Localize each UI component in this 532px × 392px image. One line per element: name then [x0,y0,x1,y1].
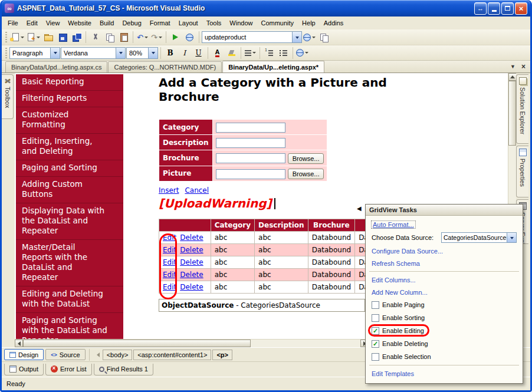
tag-scroll-left-icon[interactable] [94,353,100,357]
panel-tab-find-results-1[interactable]: Find Results 1 [94,364,153,375]
configure-data-source-link[interactable]: Configure Data Source... [372,248,443,255]
add-new-column-link[interactable]: Add New Column... [372,289,428,296]
toolbox-tab[interactable]: Toolbox [2,74,14,119]
sidebar-item-adding-custom-buttons[interactable]: Adding Custom Buttons [16,177,123,203]
cancel-link[interactable]: Cancel [185,186,209,195]
smart-tag-arrow[interactable]: ◀ [357,206,362,212]
sidebar-item-editing-and-deleting-with-the-datalist[interactable]: Editing and Deleting with the DataList [16,286,123,313]
document-tab-categories-q-northwnd-mdf[interactable]: Categories: Q...NORTHWND.MDF) [108,61,222,73]
font-color-button[interactable]: A [211,47,224,60]
style-combo[interactable]: Paragraph [9,47,60,59]
underline-button[interactable]: U [192,47,205,60]
toolbar-search-combo[interactable]: updateproduct [202,31,302,43]
highlight-button[interactable] [225,47,238,60]
delete-link[interactable]: Delete [180,233,203,242]
cut-button[interactable] [88,31,102,44]
hscroll-track[interactable] [251,340,360,347]
delete-link[interactable]: Delete [180,271,203,279]
tag-p[interactable]: <p> [212,350,232,360]
italic-button[interactable]: I [178,47,191,60]
paste-button[interactable] [117,31,130,44]
bold-button[interactable]: B [163,47,177,60]
objectdatasource-control[interactable]: ObjectDataSource - CategoriesDataSource [159,299,365,312]
align-button[interactable] [244,47,257,60]
menu-item-community[interactable]: Community [257,18,298,28]
sidebar-item-editing-inserting-and-deleting[interactable]: Editing, Inserting, and Deleting [16,134,123,160]
tag-body[interactable]: <body> [103,350,133,360]
enable-deleting-checkbox[interactable]: ✓ [372,340,379,348]
picture-input[interactable] [216,169,285,179]
undo-button[interactable]: ↶ [136,31,149,44]
menu-item-file[interactable]: File [4,18,22,28]
bullet-list-button[interactable] [277,47,290,60]
open-file-button[interactable] [41,31,55,44]
combo-dropdown-icon[interactable] [116,48,125,58]
design-view-button[interactable]: Design [4,349,44,360]
enable-selection-checkbox[interactable] [372,353,379,361]
panel-tab-error-list[interactable]: Error List [45,364,92,375]
edit-link[interactable]: Edit [163,233,176,242]
tab-close-button[interactable]: × [519,62,528,71]
numbered-list-button[interactable] [262,47,276,60]
sidebar-item-customized-formatting[interactable]: Customized Formatting [16,107,123,134]
description-input[interactable] [216,138,285,148]
sidebar-item-master-detail-reports-with-the-datalist-and-repeater[interactable]: Master/Detail Reports with the DataList … [16,240,123,286]
hyperlink-button[interactable] [295,47,309,60]
edit-link[interactable]: Edit [163,246,176,254]
category-input[interactable] [216,123,285,133]
picture-browse-button[interactable]: Browse... [288,169,324,179]
combo-dropdown-icon[interactable] [50,48,60,58]
sidebar-item-filtering-reports[interactable]: Filtering Reports [16,91,123,107]
find-button[interactable] [303,31,316,44]
sidebar-item-paging-and-sorting[interactable]: Paging and Sorting [16,160,123,177]
edit-columns-link[interactable]: Edit Columns... [372,276,416,284]
enable-paging-checkbox[interactable] [372,301,379,309]
vscroll-thumb[interactable] [508,81,516,146]
edit-templates-link[interactable]: Edit Templates [372,370,414,377]
scroll-up-button[interactable] [508,73,516,81]
data-source-combo[interactable]: CategoriesDataSource [441,232,517,243]
sidebar-item-basic-reporting[interactable]: Basic Reporting [16,74,123,91]
close-button[interactable]: × [515,2,527,15]
maximize-button[interactable] [501,2,514,15]
menu-item-help[interactable]: Help [298,18,320,28]
zoom-combo[interactable]: 80% [126,47,158,59]
sidebar-item-displaying-data-with-the-datalist-and-repeater[interactable]: Displaying Data with the DataList and Re… [16,203,123,240]
brochure-browse-button[interactable]: Browse... [288,153,324,164]
auto-format-link[interactable]: Auto Format... [372,221,415,228]
insert-link[interactable]: Insert [159,186,179,195]
new-website-button[interactable] [9,31,25,44]
copy-button[interactable] [103,31,116,44]
document-tab-binarydata-up-eleting-aspx[interactable]: BinaryData/Up...eleting.aspx* [222,61,324,73]
menu-item-window[interactable]: Window [225,18,257,28]
menu-item-format[interactable]: Format [146,18,175,28]
sidebar-item-paging-and-sorting-with-the-datalist-and-repeater[interactable]: Paging and Sorting with the DataList and… [16,313,123,341]
delete-link[interactable]: Delete [180,258,203,266]
panel-tab-output[interactable]: Output [4,364,44,375]
brochure-input[interactable] [216,153,285,163]
edit-link[interactable]: Edit [163,283,176,291]
source-view-button[interactable]: <>Source [45,349,85,360]
extra-tool-button[interactable] [317,31,330,44]
scroll-left-button[interactable] [15,340,23,347]
menu-item-view[interactable]: View [42,18,64,28]
dock-tab-properties[interactable]: Properties [516,146,528,197]
menu-item-edit[interactable]: Edit [22,18,42,28]
enable-editing-checkbox[interactable]: ✓ [372,327,379,335]
menu-item-debug[interactable]: Debug [118,18,145,28]
design-hscrollbar[interactable] [15,339,369,347]
window-dock-button[interactable]: ↔ [474,2,487,15]
toolbar-grip[interactable] [5,48,7,58]
delete-link[interactable]: Delete [180,246,203,254]
menu-item-website[interactable]: Website [64,18,96,28]
combo-dropdown-icon[interactable] [148,48,157,58]
start-debug-button[interactable] [169,31,182,44]
document-tab-binarydata-upd-leting-aspx-cs[interactable]: BinaryData/Upd...leting.aspx.cs [5,61,107,73]
menu-item-addins[interactable]: Addins [320,18,348,28]
add-new-item-button[interactable] [25,31,41,44]
toolbar-grip[interactable] [5,32,7,42]
browse-with-button[interactable] [183,31,196,44]
save-all-button[interactable] [70,31,83,44]
combo-dropdown-icon[interactable] [507,233,516,242]
menu-item-build[interactable]: Build [96,18,118,28]
